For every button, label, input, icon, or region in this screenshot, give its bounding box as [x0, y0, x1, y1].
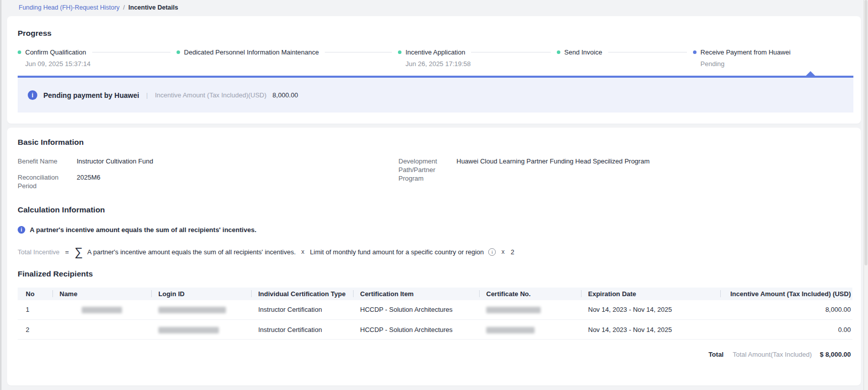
table-row: 1 Instructor Certification HCCDP - Solut… — [18, 300, 852, 320]
field-label: Reconciliation Period — [18, 174, 68, 191]
sigma-icon: ∑ — [75, 246, 83, 258]
step-connector — [608, 52, 687, 52]
step-connector — [325, 52, 392, 52]
cell-amount: 0.00 — [720, 320, 852, 340]
step-connector — [471, 52, 550, 52]
formula-term-2: Limit of monthly fund amount for a speci… — [310, 248, 484, 256]
column-header-no: No — [18, 288, 52, 300]
field-value: Instructor Cultivation Fund — [77, 157, 153, 166]
formula-lhs: Total Incentive — [18, 248, 60, 256]
step-label: Send Invoice — [564, 48, 602, 56]
step-receive-payment: Receive Payment from Huawei Pending — [693, 48, 853, 68]
redacted-cert-no — [486, 307, 541, 313]
step-timestamp: Jun 09, 2025 15:37:14 — [25, 60, 177, 68]
calculation-note-text: A partner's incentive amount equals the … — [30, 226, 256, 234]
step-label: Dedicated Personnel Information Maintena… — [184, 48, 319, 56]
cell-name — [52, 320, 151, 340]
scrollbar-thumb[interactable] — [864, 0, 867, 265]
step-timestamp — [564, 60, 693, 68]
step-done-dot — [177, 50, 180, 54]
formula-term-1: A partner's incentive amount equals the … — [87, 248, 296, 256]
step-timestamp: Jun 26, 2025 17:19:58 — [406, 60, 557, 68]
progress-section-title: Progress — [18, 29, 853, 38]
multiply-sign: x — [301, 248, 304, 255]
total-label: Total — [709, 351, 724, 358]
formula-multiplier: 2 — [511, 248, 514, 256]
cell-amount: 8,000.00 — [720, 300, 852, 320]
column-header-expiration-date: Expiration Date — [581, 288, 720, 300]
cell-login-id — [151, 320, 251, 340]
banner-pointer-triangle — [805, 71, 816, 76]
field-label: Development Path/Partner Program — [398, 157, 449, 183]
step-label: Incentive Application — [406, 48, 466, 56]
basic-information-grid: Benefit Name Instructor Cultivation Fund… — [18, 157, 852, 191]
redacted-login-id — [158, 327, 219, 333]
cell-cert-no — [479, 300, 581, 320]
multiply-sign: x — [501, 248, 504, 255]
tooltip-info-icon[interactable]: i — [488, 248, 496, 256]
equals-sign: = — [65, 248, 69, 256]
details-card: Basic Information Benefit Name Instructo… — [7, 128, 861, 385]
cell-cert-no — [479, 320, 581, 340]
finalized-recipients-title: Finalized Recipients — [18, 269, 852, 278]
step-send-invoice: Send Invoice — [557, 48, 693, 68]
breadcrumb-separator: / — [123, 4, 125, 11]
recipients-table: No Name Login ID Individual Certificatio… — [18, 288, 852, 340]
cell-login-id — [151, 300, 251, 320]
step-label: Receive Payment from Huawei — [701, 48, 790, 56]
total-amount-label: Total Amount(Tax Included) — [733, 351, 812, 358]
cell-expiration: Nov 14, 2023 - Nov 14, 2025 — [581, 300, 720, 320]
step-pending-dot — [693, 50, 697, 54]
progress-steps: Confirm Qualification Jun 09, 2025 15:37… — [18, 48, 853, 68]
redacted-name — [82, 307, 122, 313]
step-label: Confirm Qualification — [25, 48, 86, 56]
step-connector — [92, 52, 170, 52]
basic-information-title: Basic Information — [18, 138, 852, 147]
total-amount-value: $ 8,000.00 — [820, 351, 851, 358]
info-icon: i — [28, 90, 37, 100]
breadcrumb-link-request-history[interactable]: Funding Head (FH)-Request History — [19, 4, 120, 11]
cell-cert-item: HCCDP - Solution Architectures — [353, 300, 479, 320]
step-done-dot — [398, 50, 401, 54]
column-header-cert-no: Certificate No. — [479, 288, 581, 300]
field-development-path: Development Path/Partner Program Huawei … — [398, 157, 650, 183]
step-timestamp — [184, 60, 398, 68]
scrollbar[interactable] — [863, 0, 868, 390]
redacted-login-id — [158, 307, 226, 313]
column-header-cert-item: Certification Item — [353, 288, 479, 300]
calculation-note: i A partner's incentive amount equals th… — [18, 226, 852, 234]
step-confirm-qualification: Confirm Qualification Jun 09, 2025 15:37… — [18, 48, 177, 68]
field-label: Benefit Name — [18, 157, 57, 166]
step-done-dot — [18, 50, 21, 54]
cell-cert-type: Instructor Certification — [251, 300, 353, 320]
window-left-edge — [0, 0, 2, 390]
calculation-information-title: Calculation Information — [18, 205, 852, 214]
status-banner: i Pending payment by Huawei | Incentive … — [18, 76, 853, 113]
info-icon: i — [18, 226, 25, 234]
column-header-login-id: Login ID — [151, 288, 251, 300]
banner-amount-label: Incentive Amount (Tax Included)(USD) — [155, 91, 266, 99]
column-header-cert-type: Individual Certification Type — [251, 288, 353, 300]
incentive-formula: Total Incentive = ∑ A partner's incentiv… — [18, 246, 852, 258]
banner-status-text: Pending payment by Huawei — [43, 91, 139, 99]
redacted-cert-no — [486, 327, 535, 333]
page-title: Incentive Details — [129, 4, 179, 11]
cell-no: 2 — [18, 320, 52, 340]
cell-expiration: Nov 14, 2023 - Nov 14, 2025 — [581, 320, 720, 340]
table-total-row: Total Total Amount(Tax Included) $ 8,000… — [18, 351, 852, 358]
cell-no: 1 — [18, 300, 52, 320]
column-header-incentive-amount: Incentive Amount (Tax Included) (USD) — [720, 288, 852, 300]
step-status: Pending — [701, 60, 853, 68]
progress-card: Progress Confirm Qualification Jun 09, 2… — [7, 16, 861, 124]
step-personnel-info-maintenance: Dedicated Personnel Information Maintena… — [177, 48, 398, 68]
step-incentive-application: Incentive Application Jun 26, 2025 17:19… — [398, 48, 557, 68]
banner-amount-value: 8,000.00 — [272, 91, 298, 99]
cell-name — [52, 300, 151, 320]
cell-cert-item: HCCDP - Solution Architectures — [353, 320, 479, 340]
step-done-dot — [557, 50, 560, 54]
breadcrumb: Funding Head (FH)-Request History / Ince… — [0, 0, 868, 15]
field-value: Huawei Cloud Learning Partner Funding He… — [456, 157, 650, 166]
table-row: 2 Instructor Certification HCCDP - Solut… — [18, 320, 852, 340]
field-value: 2025M6 — [77, 174, 100, 182]
banner-divider: | — [146, 91, 148, 99]
